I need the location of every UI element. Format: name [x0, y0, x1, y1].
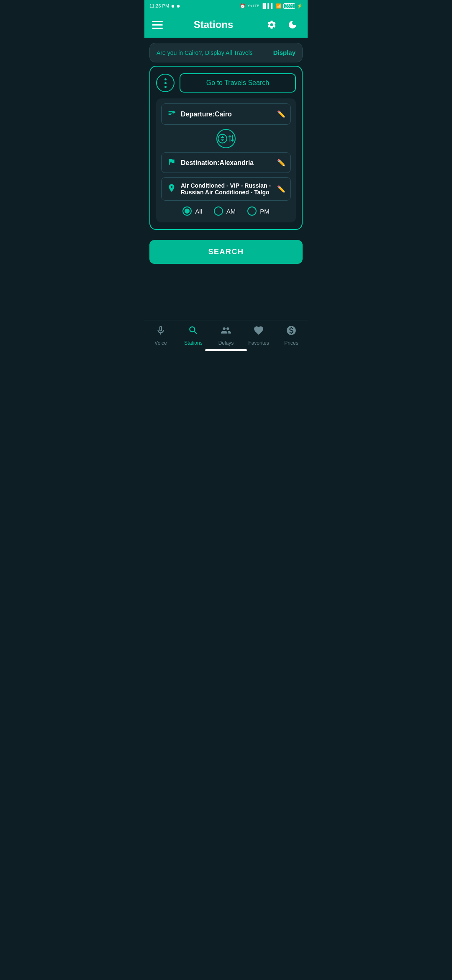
alarm-icon: ⏰ — [240, 3, 246, 9]
status-icons: ⏰ Yo LTE ▐▌▌▌ 📶 28% ⚡ — [240, 3, 303, 9]
search-card: Go to Travels Search Departure:Cairo ✏️ — [149, 66, 303, 230]
stations-icon — [188, 325, 199, 338]
departure-text: Departure:Cairo — [181, 111, 273, 118]
favorites-icon — [253, 325, 264, 338]
signal-icon: ▐▌▌▌ — [261, 3, 274, 8]
fields-container: Departure:Cairo ✏️ ⇅ Destination:Alexand — [156, 98, 296, 222]
delays-label: Delays — [218, 340, 234, 346]
destination-field[interactable]: Destination:Alexandria ✏️ — [161, 152, 291, 173]
media-icon: ⏺ ⏺ — [171, 4, 180, 8]
bottom-navigation: Voice Stations Delays Favorites — [144, 320, 308, 353]
train-type-field[interactable]: Air Conditioned - VIP - Russian - Russia… — [161, 177, 291, 201]
nav-favorites[interactable]: Favorites — [244, 325, 273, 346]
display-button[interactable]: Display — [273, 49, 295, 56]
page-title: Stations — [194, 19, 234, 31]
theme-button[interactable] — [285, 17, 300, 32]
location-banner[interactable]: Are you in Cairo?, Display All Travels D… — [149, 43, 303, 62]
battery-icon: 28% — [283, 3, 295, 9]
go-to-travels-button[interactable]: Go to Travels Search — [180, 73, 296, 93]
train-type-icon — [167, 183, 177, 195]
delays-icon — [221, 325, 231, 338]
settings-button[interactable] — [264, 17, 279, 32]
nav-stations[interactable]: Stations — [179, 325, 208, 346]
radio-label-all: All — [195, 208, 202, 215]
prices-label: Prices — [284, 340, 298, 346]
departure-icon — [167, 108, 177, 120]
nav-voice[interactable]: Voice — [146, 325, 175, 346]
svg-point-0 — [218, 134, 227, 143]
radio-label-am: AM — [226, 208, 236, 215]
destination-edit-icon[interactable]: ✏️ — [277, 159, 285, 167]
voice-label: Voice — [154, 340, 167, 346]
dot — [164, 78, 167, 80]
lte-icon: Yo LTE — [247, 4, 259, 8]
time-filter-group: All AM PM — [161, 206, 291, 217]
dot — [164, 86, 167, 88]
prices-icon — [286, 325, 297, 338]
destination-text: Destination:Alexandria — [181, 159, 273, 167]
header-actions — [264, 17, 300, 32]
radio-circle-pm — [247, 206, 257, 216]
nav-delays[interactable]: Delays — [211, 325, 241, 346]
banner-text: Are you in Cairo?, Display All Travels — [157, 49, 253, 56]
stations-label: Stations — [184, 340, 202, 346]
more-options-button[interactable] — [156, 74, 175, 92]
nav-prices[interactable]: Prices — [277, 325, 306, 346]
radio-am[interactable]: AM — [214, 206, 236, 216]
departure-field[interactable]: Departure:Cairo ✏️ — [161, 103, 291, 125]
destination-icon — [167, 157, 177, 168]
wifi-icon: 📶 — [276, 3, 282, 9]
top-bar: Stations — [144, 12, 308, 38]
search-button[interactable]: SEARCH — [149, 240, 303, 264]
swap-container: ⇅ — [161, 129, 291, 148]
radio-label-pm: PM — [260, 208, 270, 215]
radio-circle-all — [182, 206, 192, 216]
status-time: 11:26 PM ⏺ ⏺ — [149, 3, 180, 8]
dot — [164, 82, 167, 84]
swap-button[interactable]: ⇅ — [216, 129, 236, 148]
voice-icon — [155, 325, 166, 338]
favorites-label: Favorites — [248, 340, 269, 346]
radio-all[interactable]: All — [182, 206, 202, 216]
charge-icon: ⚡ — [297, 3, 303, 9]
radio-circle-am — [214, 206, 223, 216]
time-display: 11:26 PM — [149, 3, 169, 8]
radio-pm[interactable]: PM — [247, 206, 270, 216]
travels-row: Go to Travels Search — [156, 73, 296, 93]
departure-edit-icon[interactable]: ✏️ — [277, 110, 285, 118]
home-indicator — [205, 349, 247, 351]
menu-button[interactable] — [152, 21, 163, 29]
train-type-text: Air Conditioned - VIP - Russian - Russia… — [181, 182, 273, 196]
train-type-edit-icon[interactable]: ✏️ — [277, 185, 285, 193]
status-bar: 11:26 PM ⏺ ⏺ ⏰ Yo LTE ▐▌▌▌ 📶 28% ⚡ — [144, 0, 308, 12]
